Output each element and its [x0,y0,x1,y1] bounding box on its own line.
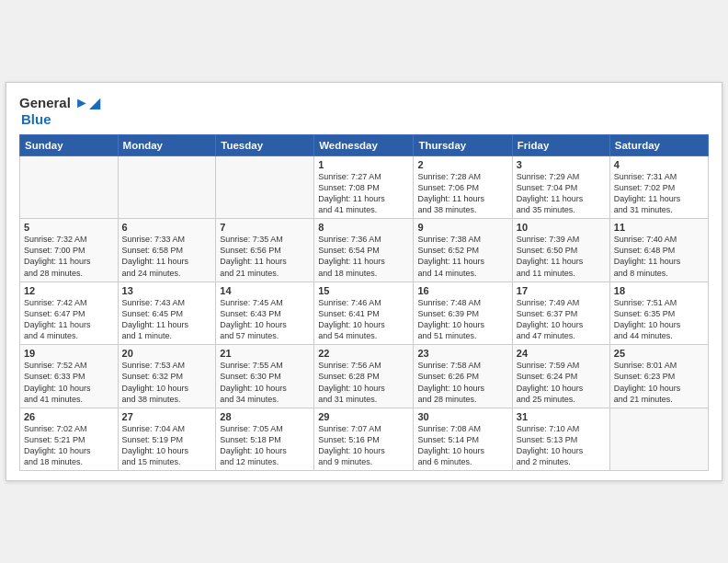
weekday-header-friday: Friday [512,134,609,155]
day-cell: 25Sunrise: 8:01 AM Sunset: 6:23 PM Dayli… [609,345,708,408]
day-number: 6 [122,222,212,233]
day-number: 31 [517,411,606,422]
day-info: Sunrise: 7:45 AM Sunset: 6:43 PM Dayligh… [220,297,310,342]
day-cell: 22Sunrise: 7:56 AM Sunset: 6:28 PM Dayli… [314,345,414,408]
day-number: 22 [318,348,409,359]
day-cell: 2Sunrise: 7:28 AM Sunset: 7:06 PM Daylig… [414,155,512,219]
day-info: Sunrise: 7:46 AM Sunset: 6:41 PM Dayligh… [318,297,409,342]
day-number: 4 [614,159,704,170]
header-row: General ►◢ Blue [19,94,709,127]
day-info: Sunrise: 7:32 AM Sunset: 7:00 PM Dayligh… [24,234,114,279]
day-info: Sunrise: 7:55 AM Sunset: 6:30 PM Dayligh… [220,360,310,405]
day-cell: 19Sunrise: 7:52 AM Sunset: 6:33 PM Dayli… [20,345,119,408]
day-cell: 28Sunrise: 7:05 AM Sunset: 5:18 PM Dayli… [216,408,314,471]
day-cell: 4Sunrise: 7:31 AM Sunset: 7:02 PM Daylig… [609,155,708,219]
day-number: 14 [220,285,310,296]
day-number: 10 [517,222,606,233]
day-info: Sunrise: 7:40 AM Sunset: 6:48 PM Dayligh… [614,234,704,279]
day-cell: 30Sunrise: 7:08 AM Sunset: 5:14 PM Dayli… [414,408,512,471]
day-cell: 21Sunrise: 7:55 AM Sunset: 6:30 PM Dayli… [216,345,314,408]
logo-text-general: General [19,95,71,110]
day-cell [216,155,314,219]
day-number: 21 [220,348,310,359]
day-number: 20 [122,348,212,359]
weekday-header-row: SundayMondayTuesdayWednesdayThursdayFrid… [20,134,709,155]
day-number: 28 [220,411,310,422]
day-number: 9 [417,222,507,233]
day-cell: 24Sunrise: 7:59 AM Sunset: 6:24 PM Dayli… [512,345,609,408]
day-info: Sunrise: 7:59 AM Sunset: 6:24 PM Dayligh… [517,360,606,405]
day-cell: 9Sunrise: 7:38 AM Sunset: 6:52 PM Daylig… [414,219,512,282]
day-cell [609,408,708,471]
day-cell: 16Sunrise: 7:48 AM Sunset: 6:39 PM Dayli… [414,282,512,345]
day-number: 19 [24,348,114,359]
day-cell: 10Sunrise: 7:39 AM Sunset: 6:50 PM Dayli… [512,219,609,282]
day-info: Sunrise: 7:07 AM Sunset: 5:16 PM Dayligh… [318,423,409,468]
day-cell: 17Sunrise: 7:49 AM Sunset: 6:37 PM Dayli… [512,282,609,345]
day-cell: 23Sunrise: 7:58 AM Sunset: 6:26 PM Dayli… [414,345,512,408]
weekday-header-tuesday: Tuesday [216,134,314,155]
day-cell: 7Sunrise: 7:35 AM Sunset: 6:56 PM Daylig… [216,219,314,282]
day-cell: 3Sunrise: 7:29 AM Sunset: 7:04 PM Daylig… [512,155,609,219]
day-cell: 27Sunrise: 7:04 AM Sunset: 5:19 PM Dayli… [118,408,216,471]
day-cell: 6Sunrise: 7:33 AM Sunset: 6:58 PM Daylig… [118,219,216,282]
day-info: Sunrise: 7:04 AM Sunset: 5:19 PM Dayligh… [122,423,212,468]
day-cell: 29Sunrise: 7:07 AM Sunset: 5:16 PM Dayli… [314,408,414,471]
day-cell: 11Sunrise: 7:40 AM Sunset: 6:48 PM Dayli… [609,219,708,282]
day-info: Sunrise: 7:31 AM Sunset: 7:02 PM Dayligh… [614,171,704,216]
day-cell: 15Sunrise: 7:46 AM Sunset: 6:41 PM Dayli… [314,282,414,345]
day-number: 23 [417,348,507,359]
calendar-grid: SundayMondayTuesdayWednesdayThursdayFrid… [19,134,709,472]
day-cell: 26Sunrise: 7:02 AM Sunset: 5:21 PM Dayli… [20,408,119,471]
day-info: Sunrise: 7:28 AM Sunset: 7:06 PM Dayligh… [417,171,507,216]
day-cell: 1Sunrise: 7:27 AM Sunset: 7:08 PM Daylig… [314,155,414,219]
day-info: Sunrise: 7:27 AM Sunset: 7:08 PM Dayligh… [318,171,409,216]
week-row-5: 26Sunrise: 7:02 AM Sunset: 5:21 PM Dayli… [20,408,709,471]
day-number: 26 [24,411,114,422]
day-info: Sunrise: 7:33 AM Sunset: 6:58 PM Dayligh… [122,234,212,279]
day-info: Sunrise: 7:05 AM Sunset: 5:18 PM Dayligh… [220,423,310,468]
day-number: 18 [614,285,704,296]
day-info: Sunrise: 7:08 AM Sunset: 5:14 PM Dayligh… [417,423,507,468]
day-number: 16 [417,285,507,296]
day-number: 17 [517,285,606,296]
day-info: Sunrise: 7:35 AM Sunset: 6:56 PM Dayligh… [220,234,310,279]
day-info: Sunrise: 7:58 AM Sunset: 6:26 PM Dayligh… [417,360,507,405]
day-number: 11 [614,222,704,233]
day-cell: 8Sunrise: 7:36 AM Sunset: 6:54 PM Daylig… [314,219,414,282]
day-cell: 18Sunrise: 7:51 AM Sunset: 6:35 PM Dayli… [609,282,708,345]
week-row-3: 12Sunrise: 7:42 AM Sunset: 6:47 PM Dayli… [20,282,709,345]
day-number: 13 [122,285,212,296]
weekday-header-saturday: Saturday [609,134,708,155]
day-number: 8 [318,222,409,233]
day-number: 1 [318,159,409,170]
day-info: Sunrise: 7:51 AM Sunset: 6:35 PM Dayligh… [614,297,704,342]
logo: General ►◢ Blue [19,94,100,127]
day-info: Sunrise: 7:29 AM Sunset: 7:04 PM Dayligh… [517,171,606,216]
day-number: 30 [417,411,507,422]
day-cell: 13Sunrise: 7:43 AM Sunset: 6:45 PM Dayli… [118,282,216,345]
day-cell: 5Sunrise: 7:32 AM Sunset: 7:00 PM Daylig… [20,219,119,282]
day-info: Sunrise: 7:56 AM Sunset: 6:28 PM Dayligh… [318,360,409,405]
weekday-header-monday: Monday [118,134,216,155]
day-info: Sunrise: 7:10 AM Sunset: 5:13 PM Dayligh… [517,423,606,468]
logo-text-blue: Blue [21,111,51,127]
day-number: 2 [417,159,507,170]
day-cell: 14Sunrise: 7:45 AM Sunset: 6:43 PM Dayli… [216,282,314,345]
day-cell: 12Sunrise: 7:42 AM Sunset: 6:47 PM Dayli… [20,282,119,345]
day-info: Sunrise: 7:48 AM Sunset: 6:39 PM Dayligh… [417,297,507,342]
day-info: Sunrise: 7:02 AM Sunset: 5:21 PM Dayligh… [24,423,114,468]
day-number: 12 [24,285,114,296]
logo-bird-icon: ►◢ [74,94,100,111]
day-number: 24 [517,348,606,359]
day-info: Sunrise: 7:39 AM Sunset: 6:50 PM Dayligh… [517,234,606,279]
weekday-header-thursday: Thursday [414,134,512,155]
day-info: Sunrise: 7:53 AM Sunset: 6:32 PM Dayligh… [122,360,212,405]
day-cell [118,155,216,219]
weekday-header-wednesday: Wednesday [314,134,414,155]
weekday-header-sunday: Sunday [20,134,119,155]
day-info: Sunrise: 7:36 AM Sunset: 6:54 PM Dayligh… [318,234,409,279]
day-number: 5 [24,222,114,233]
day-info: Sunrise: 7:38 AM Sunset: 6:52 PM Dayligh… [417,234,507,279]
day-info: Sunrise: 8:01 AM Sunset: 6:23 PM Dayligh… [614,360,704,405]
